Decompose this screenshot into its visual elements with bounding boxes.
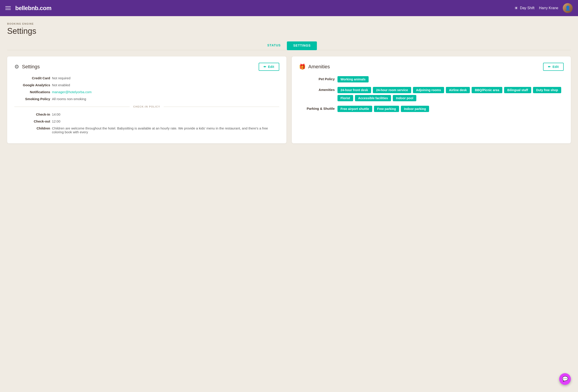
chat-icon: 💬 — [562, 376, 568, 382]
header-right: ☀ Day Shift Harry Krane 👤 — [514, 3, 573, 13]
smoking-policy-label: Smoking Policy — [14, 97, 50, 101]
tag-bilingual-staff: Bilingual staff — [504, 87, 531, 93]
amenities-card: 🎁 Amenities ✏ Edit Pet Policy Working an… — [292, 56, 571, 143]
tab-settings[interactable]: SETTINGS — [287, 42, 317, 50]
app-header: bellebnb.com ☀ Day Shift Harry Krane 👤 — [0, 0, 578, 16]
logo: bellebnb.com — [15, 5, 51, 12]
cards-grid: ⚙ Settings ✏ Edit Credit Card Not requir… — [7, 56, 571, 143]
amenities-title-row: 🎁 Amenities — [299, 64, 330, 70]
tab-status[interactable]: STATUS — [261, 41, 287, 50]
field-check-in: Check-in 14:00 — [14, 112, 279, 116]
header-left: bellebnb.com — [5, 5, 51, 12]
tag-accessible-facilities: Accessible facilities — [355, 95, 391, 101]
tag-duty-free-shop: Duty free shop — [533, 87, 561, 93]
settings-edit-button[interactable]: ✏ Edit — [259, 63, 279, 71]
google-analytics-label: Google Analytics — [14, 83, 50, 87]
parking-shuttle-label: Parking & Shuttle — [299, 106, 335, 110]
google-analytics-value: Not enabled — [52, 83, 279, 87]
avatar[interactable]: 👤 — [563, 3, 573, 13]
tag-indoor-parking: Indoor parking — [401, 106, 429, 112]
settings-card: ⚙ Settings ✏ Edit Credit Card Not requir… — [7, 56, 287, 143]
field-notifications: Notifications manager@hotelyorba.com — [14, 90, 279, 94]
amenities-label: Amenities — [299, 87, 335, 92]
check-out-label: Check-out — [14, 119, 50, 123]
check-in-section-label: CHECK-IN POLICY — [130, 105, 164, 108]
check-in-value: 14:00 — [52, 112, 279, 116]
check-in-divider: CHECK-IN POLICY — [14, 105, 279, 108]
page-title: Settings — [7, 26, 571, 36]
avatar-image: 👤 — [563, 3, 573, 13]
field-credit-card: Credit Card Not required — [14, 76, 279, 80]
amenities-edit-button[interactable]: ✏ Edit — [543, 63, 564, 71]
children-value: Children are welcome throughout the hote… — [52, 126, 279, 134]
pencil-icon: ✏ — [264, 65, 266, 69]
tag-bbq-picnic: BBQ/Picnic area — [472, 87, 502, 93]
tag-24-room-service: 24-hour room service — [373, 87, 411, 93]
tag-indoor-pool: Indoor pool — [393, 95, 416, 101]
tag-free-parking: Free parking — [374, 106, 399, 112]
tag-airline-desk: Airline desk — [446, 87, 470, 93]
check-in-label: Check-in — [14, 112, 50, 116]
user-name: Harry Krane — [539, 6, 558, 10]
parking-shuttle-row: Parking & Shuttle Free airport shuttle F… — [299, 106, 564, 112]
settings-edit-label: Edit — [268, 65, 274, 69]
tag-24-front-desk: 24-hour front desk — [337, 87, 371, 93]
field-smoking-policy: Smoking Policy All rooms non-smoking — [14, 97, 279, 101]
sun-icon: ☀ — [514, 5, 518, 11]
amenities-card-header: 🎁 Amenities ✏ Edit — [299, 63, 564, 71]
shift-label: Day Shift — [520, 6, 534, 10]
field-children: Children Children are welcome throughout… — [14, 126, 279, 134]
credit-card-label: Credit Card — [14, 76, 50, 80]
page-content: BOOKING ENGINE Settings STATUS SETTINGS … — [0, 16, 578, 150]
check-out-value: 12:00 — [52, 119, 279, 123]
amenities-row: Amenities 24-hour front desk 24-hour roo… — [299, 87, 564, 101]
credit-card-value: Not required — [52, 76, 279, 80]
field-check-out: Check-out 12:00 — [14, 119, 279, 123]
smoking-policy-value: All rooms non-smoking — [52, 97, 279, 101]
tag-working-animals: Working animals — [337, 76, 369, 82]
notifications-value: manager@hotelyorba.com — [52, 90, 279, 94]
amenities-edit-label: Edit — [552, 65, 559, 69]
shift-indicator[interactable]: ☀ Day Shift — [514, 5, 534, 11]
notifications-label: Notifications — [14, 90, 50, 94]
amenities-tags: 24-hour front desk 24-hour room service … — [337, 87, 564, 101]
amenities-card-title: Amenities — [308, 64, 330, 70]
parking-shuttle-tags: Free airport shuttle Free parking Indoor… — [337, 106, 564, 112]
gift-icon: 🎁 — [299, 64, 306, 70]
pet-policy-tags: Working animals — [337, 76, 564, 82]
breadcrumb: BOOKING ENGINE — [7, 22, 571, 25]
pet-policy-label: Pet Policy — [299, 76, 335, 81]
children-label: Children — [14, 126, 50, 130]
pet-policy-row: Pet Policy Working animals — [299, 76, 564, 82]
tag-florist: Florist — [337, 95, 353, 101]
gear-icon: ⚙ — [14, 64, 19, 70]
settings-title-row: ⚙ Settings — [14, 64, 40, 70]
chat-fab-button[interactable]: 💬 — [559, 373, 571, 385]
menu-toggle[interactable] — [5, 6, 11, 10]
settings-card-title: Settings — [22, 64, 40, 70]
pencil-icon-amenities: ✏ — [548, 65, 551, 69]
tag-adjoining-rooms: Adjoining rooms — [413, 87, 444, 93]
settings-card-header: ⚙ Settings ✏ Edit — [14, 63, 279, 71]
field-google-analytics: Google Analytics Not enabled — [14, 83, 279, 87]
tabs-container: STATUS SETTINGS — [7, 41, 571, 50]
tag-free-airport-shuttle: Free airport shuttle — [337, 106, 372, 112]
